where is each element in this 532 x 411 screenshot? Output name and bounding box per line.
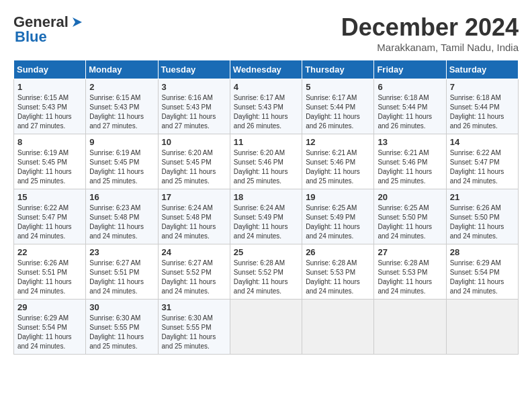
column-header-wednesday: Wednesday — [230, 60, 302, 79]
calendar-day-cell: 30Sunrise: 6:30 AMSunset: 5:55 PMDayligh… — [86, 300, 158, 355]
calendar-day-cell: 14Sunrise: 6:22 AMSunset: 5:47 PMDayligh… — [446, 134, 518, 189]
svg-marker-0 — [73, 17, 82, 27]
day-info: Sunrise: 6:21 AMSunset: 5:46 PMDaylight:… — [306, 149, 360, 185]
day-number: 14 — [450, 137, 515, 147]
calendar-day-cell: 21Sunrise: 6:26 AMSunset: 5:50 PMDayligh… — [446, 189, 518, 244]
day-number: 7 — [450, 82, 515, 92]
day-info: Sunrise: 6:15 AMSunset: 5:43 PMDaylight:… — [89, 94, 144, 130]
day-number: 12 — [306, 137, 370, 147]
location-subtitle: Marakkanam, Tamil Nadu, India — [341, 42, 519, 53]
day-number: 26 — [306, 247, 370, 257]
day-info: Sunrise: 6:21 AMSunset: 5:46 PMDaylight:… — [378, 149, 432, 185]
calendar-week-row: 15Sunrise: 6:22 AMSunset: 5:47 PMDayligh… — [14, 189, 519, 244]
calendar-day-cell: 2Sunrise: 6:15 AMSunset: 5:43 PMDaylight… — [86, 79, 158, 134]
day-number: 22 — [17, 247, 82, 257]
day-number: 31 — [162, 302, 226, 312]
day-info: Sunrise: 6:24 AMSunset: 5:48 PMDaylight:… — [162, 204, 216, 240]
column-header-monday: Monday — [86, 60, 158, 79]
day-number: 4 — [234, 82, 298, 92]
logo: General Blue — [13, 13, 85, 46]
day-info: Sunrise: 6:28 AMSunset: 5:53 PMDaylight:… — [378, 259, 432, 295]
day-info: Sunrise: 6:27 AMSunset: 5:52 PMDaylight:… — [162, 259, 216, 295]
calendar-day-cell: 5Sunrise: 6:17 AMSunset: 5:44 PMDaylight… — [302, 79, 374, 134]
day-number: 13 — [378, 137, 442, 147]
calendar-day-cell: 13Sunrise: 6:21 AMSunset: 5:46 PMDayligh… — [374, 134, 446, 189]
month-title: December 2024 — [341, 13, 519, 42]
calendar-day-cell: 1Sunrise: 6:15 AMSunset: 5:43 PMDaylight… — [14, 79, 86, 134]
day-number: 20 — [378, 192, 442, 202]
empty-cell — [374, 300, 446, 355]
day-info: Sunrise: 6:19 AMSunset: 5:45 PMDaylight:… — [17, 149, 72, 185]
day-info: Sunrise: 6:16 AMSunset: 5:43 PMDaylight:… — [162, 94, 216, 130]
calendar-day-cell: 9Sunrise: 6:19 AMSunset: 5:45 PMDaylight… — [86, 134, 158, 189]
calendar-day-cell: 29Sunrise: 6:29 AMSunset: 5:54 PMDayligh… — [14, 300, 86, 355]
calendar-day-cell: 8Sunrise: 6:19 AMSunset: 5:45 PMDaylight… — [14, 134, 86, 189]
day-info: Sunrise: 6:29 AMSunset: 5:54 PMDaylight:… — [17, 314, 72, 350]
calendar-day-cell: 17Sunrise: 6:24 AMSunset: 5:48 PMDayligh… — [158, 189, 230, 244]
day-info: Sunrise: 6:17 AMSunset: 5:43 PMDaylight:… — [234, 94, 288, 130]
calendar-table: SundayMondayTuesdayWednesdayThursdayFrid… — [13, 60, 519, 355]
day-info: Sunrise: 6:24 AMSunset: 5:49 PMDaylight:… — [234, 204, 288, 240]
day-info: Sunrise: 6:29 AMSunset: 5:54 PMDaylight:… — [450, 259, 504, 295]
day-number: 10 — [162, 137, 226, 147]
calendar-week-row: 8Sunrise: 6:19 AMSunset: 5:45 PMDaylight… — [14, 134, 519, 189]
calendar-day-cell: 12Sunrise: 6:21 AMSunset: 5:46 PMDayligh… — [302, 134, 374, 189]
day-number: 9 — [89, 137, 154, 147]
day-info: Sunrise: 6:23 AMSunset: 5:48 PMDaylight:… — [89, 204, 144, 240]
calendar-header-row: SundayMondayTuesdayWednesdayThursdayFrid… — [14, 60, 519, 79]
day-number: 6 — [378, 82, 442, 92]
calendar-day-cell: 7Sunrise: 6:18 AMSunset: 5:44 PMDaylight… — [446, 79, 518, 134]
day-number: 8 — [17, 137, 82, 147]
calendar-week-row: 29Sunrise: 6:29 AMSunset: 5:54 PMDayligh… — [14, 300, 519, 355]
day-number: 3 — [162, 82, 226, 92]
day-info: Sunrise: 6:25 AMSunset: 5:50 PMDaylight:… — [378, 204, 432, 240]
empty-cell — [302, 300, 374, 355]
calendar-day-cell: 10Sunrise: 6:20 AMSunset: 5:45 PMDayligh… — [158, 134, 230, 189]
calendar-day-cell: 15Sunrise: 6:22 AMSunset: 5:47 PMDayligh… — [14, 189, 86, 244]
calendar-day-cell: 23Sunrise: 6:27 AMSunset: 5:51 PMDayligh… — [86, 244, 158, 300]
day-number: 23 — [89, 247, 154, 257]
calendar-day-cell: 31Sunrise: 6:30 AMSunset: 5:55 PMDayligh… — [158, 300, 230, 355]
day-number: 2 — [89, 82, 154, 92]
day-number: 16 — [89, 192, 154, 202]
calendar-day-cell: 19Sunrise: 6:25 AMSunset: 5:49 PMDayligh… — [302, 189, 374, 244]
day-info: Sunrise: 6:26 AMSunset: 5:51 PMDaylight:… — [17, 259, 72, 295]
page-header: General Blue December 2024 Marakkanam, T… — [13, 13, 519, 53]
calendar-day-cell: 27Sunrise: 6:28 AMSunset: 5:53 PMDayligh… — [374, 244, 446, 300]
logo-arrow-icon — [70, 16, 85, 28]
day-info: Sunrise: 6:20 AMSunset: 5:46 PMDaylight:… — [234, 149, 288, 185]
day-info: Sunrise: 6:28 AMSunset: 5:52 PMDaylight:… — [234, 259, 288, 295]
logo-text-blue: Blue — [15, 28, 47, 46]
calendar-week-row: 1Sunrise: 6:15 AMSunset: 5:43 PMDaylight… — [14, 79, 519, 134]
column-header-sunday: Sunday — [14, 60, 86, 79]
day-number: 11 — [234, 137, 298, 147]
day-info: Sunrise: 6:27 AMSunset: 5:51 PMDaylight:… — [89, 259, 144, 295]
calendar-day-cell: 16Sunrise: 6:23 AMSunset: 5:48 PMDayligh… — [86, 189, 158, 244]
day-number: 21 — [450, 192, 515, 202]
calendar-day-cell: 28Sunrise: 6:29 AMSunset: 5:54 PMDayligh… — [446, 244, 518, 300]
day-number: 19 — [306, 192, 370, 202]
calendar-day-cell: 3Sunrise: 6:16 AMSunset: 5:43 PMDaylight… — [158, 79, 230, 134]
day-info: Sunrise: 6:30 AMSunset: 5:55 PMDaylight:… — [89, 314, 144, 350]
title-block: December 2024 Marakkanam, Tamil Nadu, In… — [341, 13, 519, 53]
day-info: Sunrise: 6:30 AMSunset: 5:55 PMDaylight:… — [162, 314, 216, 350]
day-number: 29 — [17, 302, 82, 312]
calendar-week-row: 22Sunrise: 6:26 AMSunset: 5:51 PMDayligh… — [14, 244, 519, 300]
day-number: 17 — [162, 192, 226, 202]
day-number: 30 — [89, 302, 154, 312]
day-number: 24 — [162, 247, 226, 257]
day-info: Sunrise: 6:22 AMSunset: 5:47 PMDaylight:… — [450, 149, 504, 185]
day-number: 18 — [234, 192, 298, 202]
day-info: Sunrise: 6:18 AMSunset: 5:44 PMDaylight:… — [378, 94, 432, 130]
column-header-friday: Friday — [374, 60, 446, 79]
day-info: Sunrise: 6:20 AMSunset: 5:45 PMDaylight:… — [162, 149, 216, 185]
day-number: 27 — [378, 247, 442, 257]
day-info: Sunrise: 6:19 AMSunset: 5:45 PMDaylight:… — [89, 149, 144, 185]
calendar-day-cell: 4Sunrise: 6:17 AMSunset: 5:43 PMDaylight… — [230, 79, 302, 134]
calendar-day-cell: 6Sunrise: 6:18 AMSunset: 5:44 PMDaylight… — [374, 79, 446, 134]
calendar-day-cell: 22Sunrise: 6:26 AMSunset: 5:51 PMDayligh… — [14, 244, 86, 300]
empty-cell — [230, 300, 302, 355]
calendar-day-cell: 18Sunrise: 6:24 AMSunset: 5:49 PMDayligh… — [230, 189, 302, 244]
day-number: 1 — [17, 82, 82, 92]
day-number: 15 — [17, 192, 82, 202]
